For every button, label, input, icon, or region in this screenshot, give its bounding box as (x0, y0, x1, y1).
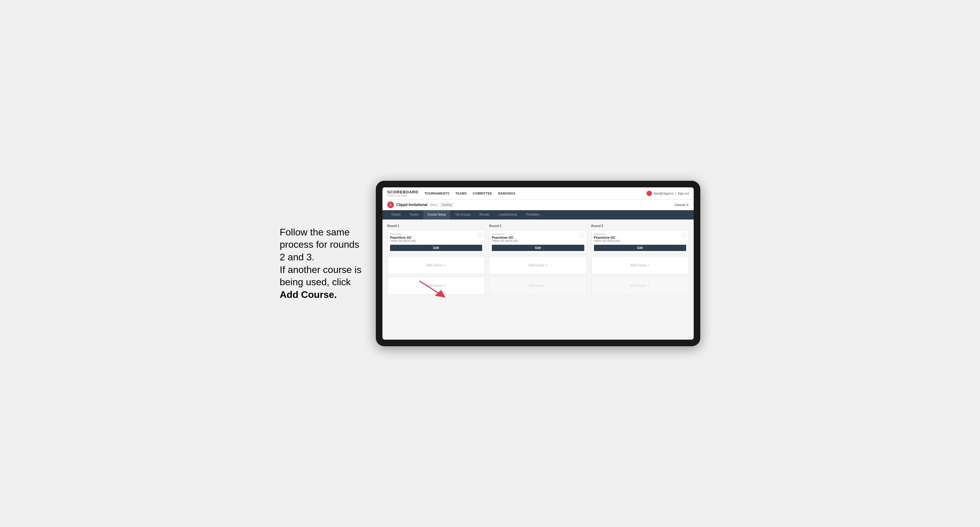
nav-teams[interactable]: TEAMS (455, 192, 467, 195)
add-course-emphasis: Add Course. (280, 289, 337, 300)
tournament-info: C Clippd Invitational (Men) Hosting (387, 202, 453, 208)
edit-course-button[interactable]: Edit (390, 245, 482, 251)
course-a-label-r3: (Course A) (594, 233, 620, 235)
top-nav: SCOREBOARD Powered by clippd TOURNAMENTS… (382, 187, 694, 200)
logo-title: SCOREBOARD (387, 190, 418, 194)
scoreboard-logo: SCOREBOARD Powered by clippd (387, 190, 418, 197)
tab-leaderboards[interactable]: Leaderboards (494, 210, 521, 219)
round-1-column: Round 1 (Course A) Peachtree GC Yellow (… (387, 224, 485, 297)
add-course-plus-icon: + (444, 263, 446, 267)
round-3-label: Round 3 (591, 224, 689, 228)
tab-tee-groups[interactable]: Tee Groups (451, 210, 475, 219)
course-a-label: (Course A) (390, 233, 416, 235)
tab-teams[interactable]: Teams (406, 210, 423, 219)
nav-rankings[interactable]: RANKINGS (498, 192, 515, 195)
add-course-label: Add Course (426, 264, 442, 267)
course-name-r2: Peachtree GC (492, 236, 518, 239)
course-card-header-r3: (Course A) Peachtree GC Yellow (M) (6629… (594, 233, 686, 242)
edit-course-button-r3[interactable]: Edit (594, 245, 686, 251)
add-course-label-2: Add Course (426, 284, 442, 287)
round-1-label: Round 1 (387, 224, 485, 228)
round-1-add-course-1[interactable]: Add Course + (387, 256, 485, 274)
course-name-r3: Peachtree GC (594, 236, 620, 239)
delete-course-icon-r3[interactable]: ○ (681, 233, 686, 238)
add-course-plus-r3-2: + (648, 284, 649, 288)
round-3-add-course-1[interactable]: Add Course + (591, 256, 689, 274)
tab-results[interactable]: Results (475, 210, 493, 219)
instruction-panel: Follow the same process for rounds 2 and… (280, 226, 364, 301)
nav-committee[interactable]: COMMITTEE (473, 192, 492, 195)
delete-course-icon[interactable]: ○ (477, 233, 482, 238)
round-2-add-course-1[interactable]: Add Course + (489, 256, 587, 274)
course-a-label-r2: (Course A) (492, 233, 518, 235)
rounds-grid: Round 1 (Course A) Peachtree GC Yellow (… (387, 224, 689, 297)
course-card-header-r2: (Course A) Peachtree GC Yellow (M) (6629… (492, 233, 584, 242)
cancel-button[interactable]: Cancel ✕ (675, 203, 689, 207)
add-course-label-r3-2: Add Course (630, 284, 646, 287)
round-1-add-course-2[interactable]: Add Course + (387, 276, 485, 295)
logo-sub: Powered by clippd (387, 194, 418, 197)
add-course-plus-r2-2: + (546, 284, 548, 288)
add-course-plus-r2: + (546, 263, 548, 267)
nav-separator: | (675, 192, 676, 195)
nav-right: blair@clippd.io | Sign out (646, 190, 689, 196)
edit-course-button-r2[interactable]: Edit (492, 245, 584, 251)
round-2-add-course-2: Add Course + (489, 276, 587, 295)
main-nav: TOURNAMENTS TEAMS COMMITTEE RANKINGS (425, 192, 515, 195)
round-3-column: Round 3 (Course A) Peachtree GC Yellow (… (591, 224, 689, 297)
course-info: (Course A) Peachtree GC Yellow (M) (6629… (390, 233, 416, 242)
course-details-r2: Yellow (M) (6629 yds) (492, 239, 518, 242)
course-info-r2: (Course A) Peachtree GC Yellow (M) (6629… (492, 233, 518, 242)
course-info-r3: (Course A) Peachtree GC Yellow (M) (6629… (594, 233, 620, 242)
tournament-name: Clippd Invitational (396, 203, 428, 207)
nav-left: SCOREBOARD Powered by clippd TOURNAMENTS… (387, 190, 515, 197)
hosting-badge: Hosting (440, 203, 453, 207)
instruction-text: Follow the same process for rounds 2 and… (280, 227, 361, 300)
sub-header: C Clippd Invitational (Men) Hosting Canc… (382, 200, 694, 210)
tablet-screen: SCOREBOARD Powered by clippd TOURNAMENTS… (382, 187, 694, 340)
main-content: Round 1 (Course A) Peachtree GC Yellow (… (382, 219, 694, 340)
tablet-frame: SCOREBOARD Powered by clippd TOURNAMENTS… (376, 181, 700, 346)
course-name: Peachtree GC (390, 236, 416, 239)
add-course-label-r2: Add Course (528, 264, 544, 267)
gender-tag: (Men) (430, 203, 438, 206)
round-2-label: Round 2 (489, 224, 587, 228)
round-3-add-course-2: Add Course + (591, 276, 689, 295)
add-course-plus-icon-2: + (444, 284, 446, 288)
tab-course-setup[interactable]: Course Setup (423, 210, 450, 219)
add-course-label-r2-2: Add Course (528, 284, 544, 287)
course-card-header: (Course A) Peachtree GC Yellow (M) (6629… (390, 233, 482, 242)
round-2-course-card: (Course A) Peachtree GC Yellow (M) (6629… (489, 230, 587, 254)
delete-course-icon-r2[interactable]: ○ (579, 233, 584, 238)
tab-details[interactable]: Details (387, 210, 405, 219)
nav-tournaments[interactable]: TOURNAMENTS (425, 192, 449, 195)
course-details: Yellow (M) (6629 yds) (390, 239, 416, 242)
course-details-r3: Yellow (M) (6629 yds) (594, 239, 620, 242)
round-1-course-card: (Course A) Peachtree GC Yellow (M) (6629… (387, 230, 485, 254)
tab-bar: Details Teams Course Setup Tee Groups Re… (382, 210, 694, 219)
page-container: Follow the same process for rounds 2 and… (280, 181, 700, 346)
sign-out-link[interactable]: Sign out (678, 192, 689, 195)
user-avatar (646, 190, 652, 196)
round-2-column: Round 2 (Course A) Peachtree GC Yellow (… (489, 224, 587, 297)
tab-printables[interactable]: Printables (522, 210, 544, 219)
add-course-plus-r3: + (648, 263, 649, 267)
round-3-course-card: (Course A) Peachtree GC Yellow (M) (6629… (591, 230, 689, 254)
user-email: blair@clippd.io (654, 192, 674, 195)
add-course-label-r3: Add Course (630, 264, 646, 267)
tournament-logo: C (387, 202, 394, 208)
cancel-x-icon: ✕ (686, 203, 689, 207)
